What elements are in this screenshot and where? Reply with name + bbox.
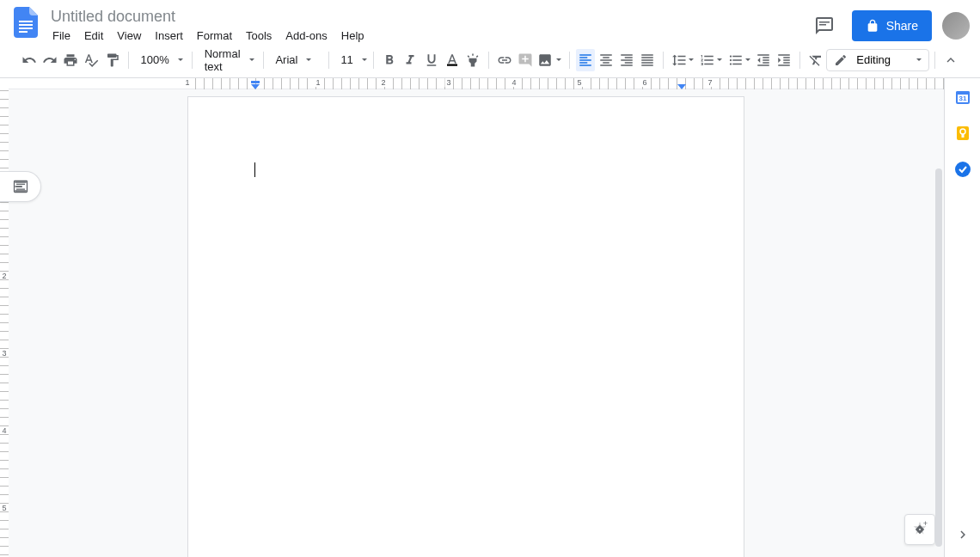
explore-button[interactable]: + bbox=[904, 514, 935, 545]
ruler-tick: 4 bbox=[0, 426, 9, 435]
collapse-toolbar-button[interactable] bbox=[941, 49, 960, 71]
font-size-dropdown[interactable]: 11 bbox=[334, 50, 368, 70]
scrollbar-thumb[interactable] bbox=[935, 168, 942, 547]
editing-mode-label: Editing bbox=[856, 53, 891, 66]
ruler-tick: 1 bbox=[314, 78, 322, 87]
svg-rect-12 bbox=[251, 81, 260, 83]
ruler-tick: 3 bbox=[0, 349, 9, 358]
svg-rect-3 bbox=[19, 31, 28, 33]
highlight-color-button[interactable] bbox=[463, 49, 482, 71]
svg-rect-10 bbox=[16, 189, 25, 190]
chevron-down-icon bbox=[745, 58, 750, 61]
menu-addons[interactable]: Add-ons bbox=[279, 26, 333, 46]
document-page[interactable] bbox=[187, 96, 744, 557]
clear-format-icon bbox=[808, 52, 824, 68]
zoom-dropdown[interactable]: 100% bbox=[134, 50, 187, 70]
menu-edit[interactable]: Edit bbox=[78, 26, 109, 46]
svg-rect-9 bbox=[16, 187, 22, 187]
italic-button[interactable] bbox=[401, 49, 420, 71]
bold-button[interactable] bbox=[380, 49, 399, 71]
chevron-down-icon bbox=[362, 58, 367, 61]
align-center-button[interactable] bbox=[597, 49, 616, 71]
comments-button[interactable] bbox=[807, 9, 842, 43]
print-button[interactable] bbox=[61, 49, 80, 71]
add-comment-icon bbox=[518, 52, 533, 68]
decrease-indent-button[interactable] bbox=[754, 49, 773, 71]
side-panel: 31 bbox=[944, 78, 980, 557]
align-right-icon bbox=[619, 52, 634, 68]
indent-marker-right[interactable] bbox=[677, 81, 686, 89]
menu-tools[interactable]: Tools bbox=[240, 26, 278, 46]
numbered-list-button[interactable] bbox=[698, 49, 725, 71]
svg-point-21 bbox=[955, 162, 971, 177]
outline-icon bbox=[12, 178, 29, 195]
increase-indent-icon bbox=[776, 52, 792, 68]
insert-comment-button[interactable] bbox=[516, 49, 535, 71]
docs-logo[interactable] bbox=[10, 7, 41, 38]
underline-icon bbox=[424, 52, 439, 68]
editing-mode-dropdown[interactable]: Editing bbox=[826, 49, 929, 71]
paint-format-button[interactable] bbox=[103, 49, 122, 71]
vertical-scrollbar[interactable] bbox=[934, 156, 944, 557]
ruler-tick: 2 bbox=[0, 272, 9, 280]
tasks-app-icon[interactable] bbox=[954, 161, 971, 178]
side-panel-collapse-button[interactable] bbox=[952, 524, 973, 545]
explore-icon: + bbox=[910, 520, 929, 539]
increase-indent-button[interactable] bbox=[775, 49, 793, 71]
menu-insert[interactable]: Insert bbox=[149, 26, 189, 46]
text-color-button[interactable] bbox=[443, 49, 462, 71]
indent-marker-left[interactable] bbox=[251, 81, 260, 89]
menu-bar: File Edit View Insert Format Tools Add-o… bbox=[46, 26, 807, 46]
line-spacing-button[interactable] bbox=[670, 49, 696, 71]
chevron-down-icon bbox=[178, 58, 183, 61]
outline-toggle-button[interactable] bbox=[0, 171, 41, 202]
clear-formatting-button[interactable] bbox=[806, 49, 825, 71]
account-avatar[interactable] bbox=[942, 12, 970, 40]
document-title[interactable]: Untitled document bbox=[46, 5, 807, 24]
menu-file[interactable]: File bbox=[46, 26, 77, 46]
image-icon bbox=[537, 52, 553, 68]
text-cursor bbox=[254, 162, 255, 177]
ruler-tick: 6 bbox=[640, 78, 648, 87]
menu-view[interactable]: View bbox=[111, 26, 147, 46]
align-left-button[interactable] bbox=[576, 49, 595, 71]
chevron-down-icon bbox=[306, 58, 311, 61]
paragraph-style-dropdown[interactable]: Normal text bbox=[198, 50, 258, 70]
spellcheck-icon bbox=[83, 52, 99, 68]
font-dropdown[interactable]: Arial bbox=[268, 50, 322, 70]
underline-button[interactable] bbox=[422, 49, 441, 71]
svg-text:+: + bbox=[923, 520, 928, 528]
horizontal-ruler[interactable]: 1 1 2 3 4 5 6 7 bbox=[9, 78, 944, 89]
text-color-icon bbox=[444, 52, 460, 68]
insert-link-button[interactable] bbox=[495, 49, 514, 71]
calendar-app-icon[interactable]: 31 bbox=[954, 89, 971, 106]
bulleted-list-button[interactable] bbox=[726, 49, 752, 71]
toolbar: 100% Normal text Arial 11 bbox=[0, 42, 980, 78]
svg-rect-20 bbox=[961, 134, 964, 138]
align-right-button[interactable] bbox=[617, 49, 636, 71]
svg-rect-1 bbox=[19, 24, 33, 26]
spellcheck-button[interactable] bbox=[82, 49, 101, 71]
ruler-tick: 1 bbox=[183, 78, 191, 87]
share-label: Share bbox=[886, 19, 918, 33]
svg-rect-5 bbox=[819, 24, 826, 26]
chevron-up-icon bbox=[943, 52, 959, 68]
menu-help[interactable]: Help bbox=[335, 26, 371, 46]
font-size-value: 11 bbox=[340, 53, 352, 66]
redo-button[interactable] bbox=[40, 49, 59, 71]
ruler-tick: 2 bbox=[379, 78, 387, 87]
ruler-tick: 5 bbox=[0, 504, 9, 512]
undo-icon bbox=[21, 52, 37, 68]
svg-text:31: 31 bbox=[959, 95, 966, 102]
comment-icon bbox=[814, 15, 835, 36]
document-area: 1 1 2 3 4 5 6 7 bbox=[9, 78, 944, 557]
menu-format[interactable]: Format bbox=[191, 26, 238, 46]
undo-button[interactable] bbox=[20, 49, 39, 71]
insert-image-button[interactable] bbox=[536, 49, 563, 71]
bulleted-list-icon bbox=[728, 52, 744, 68]
chevron-down-icon bbox=[689, 58, 694, 61]
share-button[interactable]: Share bbox=[852, 10, 932, 41]
align-justify-button[interactable] bbox=[638, 49, 657, 71]
align-justify-icon bbox=[640, 52, 655, 68]
keep-app-icon[interactable] bbox=[954, 125, 971, 142]
